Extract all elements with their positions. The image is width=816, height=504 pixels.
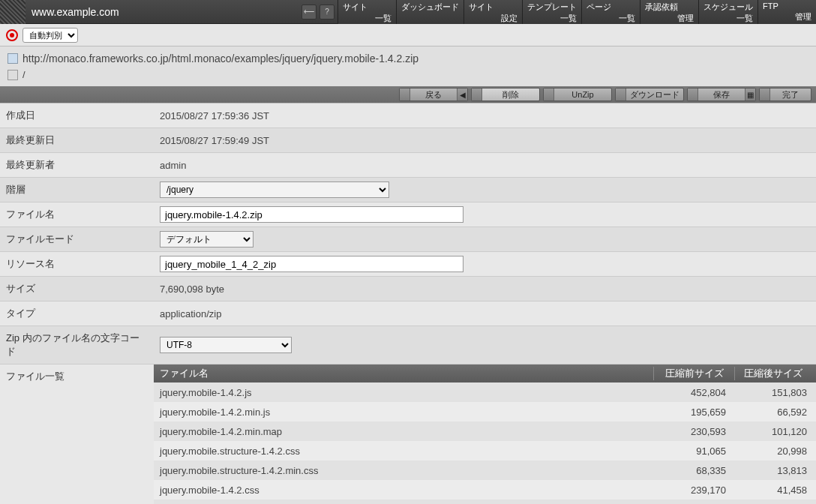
size-value: 7,690,098 byte: [154, 277, 816, 301]
file-list-section: ファイル一覧 ファイル名 圧縮前サイズ 圧縮後サイズ jquery.mobile…: [0, 364, 816, 504]
menu-pages[interactable]: ページ一覧: [581, 0, 640, 24]
table-row[interactable]: jquery.mobile.structure-1.4.2.css91,0652…: [154, 441, 816, 460]
filemode-label: ファイルモード: [0, 227, 154, 251]
top-header: www.example.com ⟵ ? サイト一覧 ダッシュボード サイト設定 …: [0, 0, 816, 24]
tier-select[interactable]: /jquery: [160, 182, 389, 198]
encoding-auto-select[interactable]: 自動判別: [22, 28, 78, 43]
table-row[interactable]: jquery.mobile-1.4.2.css239,17041,458: [154, 480, 816, 500]
file-table-header: ファイル名 圧縮前サイズ 圧縮後サイズ: [154, 364, 816, 382]
table-row[interactable]: jquery.mobile-1.4.2.min.js195,65966,592: [154, 402, 816, 422]
resource-url: http://monaco.frameworks.co.jp/html.mona…: [22, 52, 418, 64]
action-bar: 戻る◀ 削除 UnZip ダウンロード 保存▦ 完了: [0, 86, 816, 103]
top-menu: サイト一覧 ダッシュボード サイト設定 テンプレート一覧 ページ一覧 承認依頼管…: [338, 0, 816, 24]
table-row[interactable]: jquery.mobile.structure-1.4.2.min.css68,…: [154, 460, 816, 480]
menu-schedule[interactable]: スケジュール一覧: [698, 0, 758, 24]
unzip-button[interactable]: UnZip: [543, 88, 612, 101]
updater-label: 最終更新者: [0, 153, 154, 177]
created-label: 作成日: [0, 104, 154, 128]
url-row: http://monaco.frameworks.co.jp/html.mona…: [0, 46, 816, 66]
menu-ftp[interactable]: FTP管理: [758, 0, 816, 24]
table-row[interactable]: jquery.mobile-1.4.2.min.css207,00932,749: [154, 500, 816, 504]
print-icon[interactable]: [8, 70, 18, 80]
breadcrumb-row: /: [0, 66, 816, 86]
updated-value: 2015/08/27 17:59:49 JST: [154, 128, 816, 152]
col-size-after: 圧縮後サイズ: [735, 367, 816, 380]
app-logo: [0, 0, 26, 24]
resource-label: リソース名: [0, 252, 154, 276]
delete-button[interactable]: 削除: [471, 88, 540, 101]
resource-input[interactable]: [160, 256, 464, 272]
tier-label: 階層: [0, 178, 154, 202]
help-icon[interactable]: ?: [320, 4, 334, 20]
table-row[interactable]: jquery.mobile-1.4.2.min.map230,593101,12…: [154, 422, 816, 441]
size-label: サイズ: [0, 277, 154, 301]
site-domain: www.example.com: [32, 6, 204, 18]
menu-templates[interactable]: テンプレート一覧: [522, 0, 581, 24]
details-form: 作成日2015/08/27 17:59:36 JST 最終更新日2015/08/…: [0, 103, 816, 364]
filemode-select[interactable]: デフォルト: [160, 231, 254, 248]
save-button[interactable]: 保存▦: [687, 88, 756, 101]
created-value: 2015/08/27 17:59:36 JST: [154, 104, 816, 128]
done-button[interactable]: 完了: [759, 88, 812, 101]
file-list-label: ファイル一覧: [0, 364, 154, 504]
download-button[interactable]: ダウンロード: [615, 88, 684, 101]
menu-site-settings[interactable]: サイト設定: [464, 0, 522, 24]
type-value: application/zip: [154, 302, 816, 326]
zip-encoding-label: Zip 内のファイル名の文字コード: [0, 326, 154, 364]
filename-input[interactable]: [160, 206, 464, 223]
updated-label: 最終更新日: [0, 128, 154, 152]
zip-encoding-select[interactable]: UTF-8: [160, 337, 292, 353]
menu-dashboard[interactable]: ダッシュボード: [396, 0, 464, 24]
nav-back-icon[interactable]: ⟵: [302, 4, 316, 20]
toolbar-secondary: 自動判別: [0, 24, 816, 46]
back-button[interactable]: 戻る◀: [399, 88, 468, 101]
breadcrumb[interactable]: /: [22, 69, 26, 80]
menu-approvals[interactable]: 承認依頼管理: [640, 0, 698, 24]
table-row[interactable]: jquery.mobile-1.4.2.js452,804151,803: [154, 382, 816, 402]
type-label: タイプ: [0, 302, 154, 326]
updater-value: admin: [154, 153, 816, 177]
page-icon: [8, 53, 18, 64]
col-filename: ファイル名: [154, 367, 654, 380]
filename-label: ファイル名: [0, 202, 154, 226]
col-size-before: 圧縮前サイズ: [654, 367, 735, 380]
menu-site-list[interactable]: サイト一覧: [338, 0, 396, 24]
record-icon[interactable]: [6, 29, 18, 41]
